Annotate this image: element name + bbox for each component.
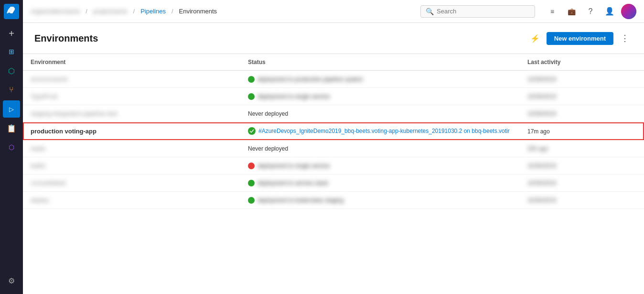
col-header-activity: Last activity <box>520 54 644 71</box>
env-activity-cell: 10/30/2019 <box>520 105 644 122</box>
table-row[interactable]: environment1deployment to production pip… <box>23 71 644 88</box>
last-activity: 10/30/2019 <box>527 163 556 169</box>
table-row[interactable]: TypeProddeployment to single service10/3… <box>23 88 644 105</box>
env-activity-cell: 10/30/2019 <box>520 88 644 105</box>
sidebar-item-overview[interactable]: ⊞ <box>3 43 20 60</box>
table-row[interactable]: staging-integration-pipeline-testNever d… <box>23 105 644 122</box>
new-environment-button[interactable]: New environment <box>547 32 613 45</box>
settings-icon[interactable]: ⚙ <box>3 272 20 289</box>
status-check-icon <box>248 127 256 135</box>
last-activity: 10/30/2019 <box>527 110 556 117</box>
env-status-cell: #AzureDevops_IgniteDemo2019_bbq-beets.vo… <box>240 122 520 140</box>
table-row[interactable]: production voting-app#AzureDevops_Ignite… <box>23 122 644 140</box>
env-activity-cell: 10/30/2019 <box>520 71 644 88</box>
sidebar: + ⊞ ⬡ ⑂ ▷ 📋 ⬡ ⚙ <box>0 0 23 294</box>
status-text-none: Never deployed <box>248 110 288 117</box>
breadcrumb-sep-2: / <box>133 8 135 15</box>
last-activity: 10/30/2019 <box>527 197 556 204</box>
status-link[interactable]: #AzureDevops_IgniteDemo2019_bbq-beets.vo… <box>258 128 510 134</box>
env-name[interactable]: consolidated <box>31 179 65 186</box>
status-text: deployment to service stack <box>258 180 328 186</box>
last-activity: 17m ago <box>527 128 550 135</box>
env-activity-cell: 17m ago <box>520 122 644 140</box>
table-row[interactable]: consolidateddeployment to service stack1… <box>23 174 644 192</box>
status-text: deployment to single service <box>258 163 330 169</box>
env-name[interactable]: staging-integration-pipeline-test <box>31 110 117 117</box>
env-status-cell: Never deployed <box>240 140 520 157</box>
table-row[interactable]: loadsNever deployed20h ago <box>23 140 644 157</box>
last-activity: 10/30/2019 <box>527 180 556 186</box>
filter-button[interactable]: ⚡ <box>527 31 543 46</box>
env-name-cell: loads <box>23 140 240 157</box>
env-name-cell: deploy <box>23 192 240 209</box>
azure-devops-logo[interactable] <box>4 4 19 19</box>
status-dot-green <box>248 93 255 100</box>
add-nav-icon[interactable]: + <box>3 25 20 42</box>
status-dot-red <box>248 163 255 169</box>
person-icon[interactable]: 👤 <box>602 4 617 19</box>
help-icon[interactable]: ? <box>583 4 598 19</box>
project-name: projectname <box>93 8 128 15</box>
env-name[interactable]: TypeProd <box>31 93 57 100</box>
env-status-cell: Never deployed <box>240 105 520 122</box>
environments-table-container: Environment Status Last activity environ… <box>23 54 644 294</box>
env-name-cell: TypeProd <box>23 88 240 105</box>
col-header-environment: Environment <box>23 54 240 71</box>
env-status-cell: deployment to single service <box>240 88 520 105</box>
env-name-cell: staging-integration-pipeline-test <box>23 105 240 122</box>
env-status-cell: deployment to single service <box>240 157 520 174</box>
topbar: organizationname / projectname / Pipelin… <box>23 0 644 23</box>
env-name[interactable]: environment1 <box>31 76 68 83</box>
sidebar-item-testplans[interactable]: 📋 <box>3 120 20 137</box>
env-status-cell: deployment to service stack <box>240 174 520 192</box>
page-header-actions: ⚡ New environment ⋮ <box>527 31 633 46</box>
org-name: organizationname <box>31 8 80 15</box>
main-content: organizationname / projectname / Pipelin… <box>23 0 644 294</box>
status-text: deployment to kubernetes staging <box>258 197 343 204</box>
sidebar-item-repos[interactable]: ⑂ <box>3 81 20 98</box>
status-text: deployment to single service <box>258 93 330 100</box>
env-name[interactable]: deploy <box>31 196 49 204</box>
search-input[interactable] <box>437 8 530 15</box>
env-name-cell: production voting-app <box>23 122 240 140</box>
breadcrumb-pipelines[interactable]: Pipelines <box>140 8 166 15</box>
page-body: Environments ⚡ New environment ⋮ Environ… <box>23 23 644 294</box>
env-status-cell: deployment to production pipeline system <box>240 71 520 88</box>
env-name-cell: consolidated <box>23 174 240 192</box>
env-name[interactable]: loads <box>31 145 45 152</box>
environments-table: Environment Status Last activity environ… <box>23 54 644 209</box>
breadcrumb-sep-1: / <box>86 8 87 15</box>
breadcrumb-environments: Environments <box>179 8 217 15</box>
env-activity-cell: 10/30/2019 <box>520 174 644 192</box>
status-dot-green <box>248 197 255 204</box>
env-name-cell: environment1 <box>23 71 240 88</box>
list-icon[interactable]: ≡ <box>545 4 560 19</box>
search-bar[interactable]: 🔍 <box>420 5 535 18</box>
env-name[interactable]: ballot <box>31 162 45 169</box>
sidebar-item-artifacts[interactable]: ⬡ <box>3 139 20 156</box>
status-dot-green <box>248 76 255 83</box>
search-icon: 🔍 <box>426 8 434 15</box>
col-header-status: Status <box>240 54 520 71</box>
more-options-button[interactable]: ⋮ <box>617 31 633 46</box>
env-activity-cell: 20h ago <box>520 140 644 157</box>
sidebar-item-pipelines[interactable]: ▷ <box>3 100 20 118</box>
env-activity-cell: 10/30/2019 <box>520 192 644 209</box>
table-row[interactable]: deploydeployment to kubernetes staging10… <box>23 192 644 209</box>
page-header: Environments ⚡ New environment ⋮ <box>23 23 644 54</box>
last-activity: 10/30/2019 <box>527 93 556 100</box>
table-row[interactable]: ballotdeployment to single service10/30/… <box>23 157 644 174</box>
status-dot-green <box>248 180 255 186</box>
env-activity-cell: 10/30/2019 <box>520 157 644 174</box>
last-activity: 20h ago <box>527 145 548 152</box>
env-status-cell: deployment to kubernetes staging <box>240 192 520 209</box>
last-activity: 10/30/2019 <box>527 76 556 83</box>
env-name-cell: ballot <box>23 157 240 174</box>
sidebar-item-boards[interactable]: ⬡ <box>3 62 20 79</box>
briefcase-icon[interactable]: 💼 <box>564 4 579 19</box>
env-name[interactable]: production voting-app <box>31 128 97 135</box>
status-text: deployment to production pipeline system <box>258 76 363 83</box>
user-avatar[interactable] <box>621 4 636 19</box>
page-title: Environments <box>34 33 98 44</box>
table-header-row: Environment Status Last activity <box>23 54 644 71</box>
